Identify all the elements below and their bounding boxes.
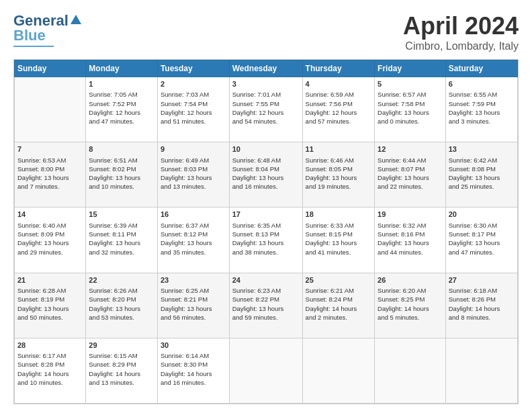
- col-tuesday: Tuesday: [157, 60, 229, 77]
- day-info: Sunrise: 6:53 AM: [17, 156, 83, 165]
- calendar-cell: 12Sunrise: 6:44 AMSunset: 8:07 PMDayligh…: [375, 142, 446, 208]
- title-block: April 2024 Cimbro, Lombardy, Italy: [403, 12, 519, 52]
- calendar-header-row: Sunday Monday Tuesday Wednesday Thursday…: [15, 60, 518, 77]
- logo: General Blue: [13, 12, 82, 47]
- day-info: and 35 minutes.: [161, 248, 226, 257]
- calendar-week-row: 7Sunrise: 6:53 AMSunset: 8:00 PMDaylight…: [15, 142, 518, 208]
- day-info: Sunrise: 6:59 AM: [306, 90, 372, 99]
- day-info: Sunrise: 6:18 AM: [449, 286, 515, 295]
- day-number: 3: [232, 79, 300, 89]
- calendar-cell: 27Sunrise: 6:18 AMSunset: 8:26 PMDayligh…: [445, 273, 517, 338]
- calendar-week-row: 28Sunrise: 6:17 AMSunset: 8:28 PMDayligh…: [15, 338, 518, 403]
- calendar-cell: [15, 77, 86, 142]
- day-info: Sunset: 7:56 PM: [306, 99, 372, 108]
- day-info: Sunset: 8:30 PM: [161, 360, 226, 369]
- col-thursday: Thursday: [302, 60, 375, 77]
- day-number: 19: [378, 210, 443, 220]
- day-info: Daylight: 12 hours: [89, 108, 154, 117]
- calendar-cell: 5Sunrise: 6:57 AMSunset: 7:58 PMDaylight…: [375, 77, 446, 142]
- day-info: Sunrise: 6:49 AM: [161, 156, 226, 165]
- day-info: and 41 minutes.: [306, 248, 372, 257]
- day-info: and 3 minutes.: [449, 117, 515, 126]
- col-sunday: Sunday: [15, 60, 86, 77]
- day-info: Sunset: 8:12 PM: [161, 230, 226, 238]
- calendar-cell: 18Sunrise: 6:33 AMSunset: 8:15 PMDayligh…: [302, 208, 375, 273]
- day-info: and 19 minutes.: [306, 182, 372, 191]
- calendar-cell: 20Sunrise: 6:30 AMSunset: 8:17 PMDayligh…: [445, 208, 517, 273]
- calendar-title: April 2024: [403, 12, 519, 40]
- day-info: Sunset: 7:52 PM: [89, 99, 154, 108]
- day-info: and 7 minutes.: [17, 182, 83, 191]
- day-info: Daylight: 13 hours: [378, 238, 443, 247]
- day-info: and 50 minutes.: [17, 313, 83, 322]
- calendar-cell: 16Sunrise: 6:37 AMSunset: 8:12 PMDayligh…: [157, 208, 229, 273]
- day-info: Sunset: 8:24 PM: [306, 295, 372, 304]
- day-info: and 13 minutes.: [161, 182, 226, 191]
- day-number: 20: [449, 210, 515, 220]
- day-info: Sunset: 8:17 PM: [449, 230, 515, 238]
- day-info: Daylight: 14 hours: [449, 304, 515, 313]
- calendar-week-row: 21Sunrise: 6:28 AMSunset: 8:19 PMDayligh…: [15, 273, 518, 338]
- day-info: Daylight: 13 hours: [306, 173, 372, 182]
- day-info: and 38 minutes.: [232, 248, 300, 257]
- day-info: Daylight: 14 hours: [17, 369, 83, 378]
- day-number: 18: [306, 210, 372, 220]
- col-wednesday: Wednesday: [229, 60, 302, 77]
- day-info: Daylight: 12 hours: [306, 108, 372, 117]
- day-info: Sunrise: 6:46 AM: [306, 156, 372, 165]
- calendar-cell: 15Sunrise: 6:39 AMSunset: 8:11 PMDayligh…: [86, 208, 158, 273]
- day-number: 30: [161, 340, 226, 351]
- day-info: Sunset: 8:22 PM: [232, 295, 300, 304]
- calendar-cell: 10Sunrise: 6:48 AMSunset: 8:04 PMDayligh…: [229, 142, 302, 208]
- col-friday: Friday: [375, 60, 446, 77]
- day-info: Sunset: 8:29 PM: [89, 360, 154, 369]
- day-info: and 13 minutes.: [89, 378, 154, 387]
- day-info: Daylight: 13 hours: [17, 173, 83, 182]
- day-number: 26: [378, 275, 443, 285]
- day-number: 12: [378, 144, 443, 154]
- day-number: 11: [306, 144, 372, 154]
- calendar-cell: 14Sunrise: 6:40 AMSunset: 8:09 PMDayligh…: [15, 208, 86, 273]
- calendar-cell: 25Sunrise: 6:21 AMSunset: 8:24 PMDayligh…: [302, 273, 375, 338]
- logo-underline: [13, 46, 54, 47]
- day-info: Sunrise: 6:26 AM: [89, 286, 154, 295]
- day-number: 4: [306, 79, 372, 89]
- day-info: Sunrise: 6:42 AM: [449, 156, 515, 165]
- day-info: Daylight: 13 hours: [89, 238, 154, 247]
- day-number: 22: [89, 275, 154, 285]
- day-info: Sunset: 8:03 PM: [161, 165, 226, 173]
- day-info: Sunset: 7:54 PM: [161, 99, 226, 108]
- day-info: and 5 minutes.: [378, 313, 443, 322]
- day-info: Sunset: 8:21 PM: [161, 295, 226, 304]
- day-info: Sunrise: 6:20 AM: [378, 286, 443, 295]
- day-info: Sunset: 7:59 PM: [449, 99, 515, 108]
- day-info: Daylight: 13 hours: [89, 304, 154, 313]
- day-info: Daylight: 13 hours: [449, 173, 515, 182]
- day-info: Sunrise: 6:40 AM: [17, 221, 83, 230]
- calendar-cell: 3Sunrise: 7:01 AMSunset: 7:55 PMDaylight…: [229, 77, 302, 142]
- calendar-week-row: 1Sunrise: 7:05 AMSunset: 7:52 PMDaylight…: [15, 77, 518, 142]
- calendar-cell: 2Sunrise: 7:03 AMSunset: 7:54 PMDaylight…: [157, 77, 229, 142]
- day-info: Daylight: 13 hours: [306, 238, 372, 247]
- day-info: Daylight: 13 hours: [378, 108, 443, 117]
- day-info: and 10 minutes.: [89, 182, 154, 191]
- day-info: Sunset: 8:13 PM: [232, 230, 300, 238]
- day-info: Sunrise: 6:17 AM: [17, 351, 83, 360]
- day-info: Sunset: 8:16 PM: [378, 230, 443, 238]
- day-info: and 29 minutes.: [17, 248, 83, 257]
- day-info: and 47 minutes.: [449, 248, 515, 257]
- day-info: Sunrise: 7:03 AM: [161, 90, 226, 99]
- day-info: Daylight: 14 hours: [306, 304, 372, 313]
- svg-marker-0: [71, 15, 81, 24]
- day-number: 10: [232, 144, 300, 154]
- day-info: and 54 minutes.: [232, 117, 300, 126]
- day-info: Sunrise: 6:37 AM: [161, 221, 226, 230]
- day-info: Daylight: 12 hours: [232, 108, 300, 117]
- day-info: and 51 minutes.: [161, 117, 226, 126]
- day-number: 5: [378, 79, 443, 89]
- day-info: Daylight: 14 hours: [161, 369, 226, 378]
- calendar-cell: 21Sunrise: 6:28 AMSunset: 8:19 PMDayligh…: [15, 273, 86, 338]
- day-info: and 16 minutes.: [232, 182, 300, 191]
- logo-icon: [70, 13, 82, 26]
- calendar-cell: 4Sunrise: 6:59 AMSunset: 7:56 PMDaylight…: [302, 77, 375, 142]
